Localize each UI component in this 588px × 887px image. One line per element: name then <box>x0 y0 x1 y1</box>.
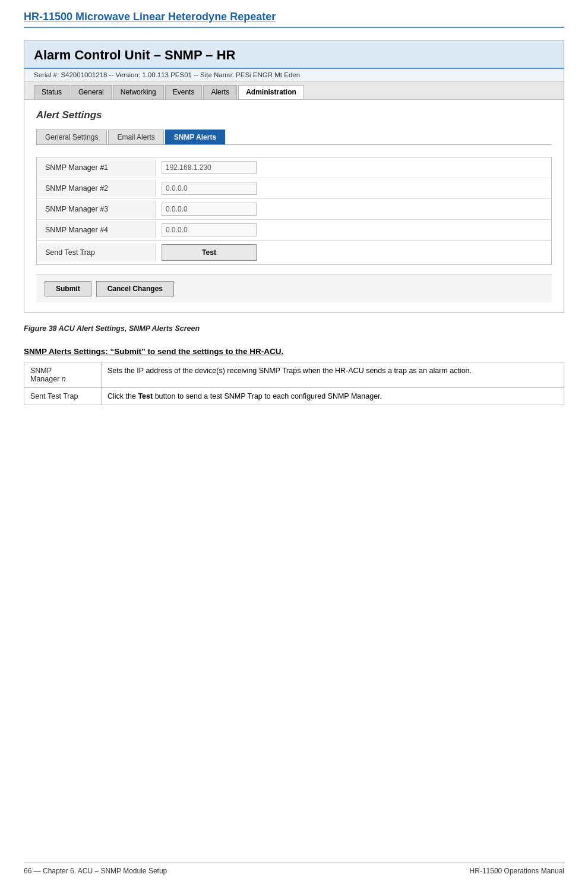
input-manager2[interactable] <box>162 182 257 195</box>
panel-title-bar: Alarm Control Unit – SNMP – HR <box>24 40 564 69</box>
table-row-manager-n: SNMPManager n Sets the IP address of the… <box>24 362 564 388</box>
tab-networking[interactable]: Networking <box>113 85 164 99</box>
subtab-general-settings[interactable]: General Settings <box>36 130 107 144</box>
tab-general[interactable]: General <box>71 85 112 99</box>
field-manager4 <box>156 220 551 240</box>
term-manager-n: SNMPManager n <box>24 362 102 388</box>
panel-title: Alarm Control Unit – SNMP – HR <box>34 48 554 63</box>
label-test-trap: Send Test Trap <box>37 244 156 261</box>
label-manager2: SNMP Manager #2 <box>37 179 156 197</box>
input-manager3[interactable] <box>162 203 257 216</box>
field-test-trap: Test <box>156 241 551 264</box>
field-manager3 <box>156 199 551 219</box>
panel-content: Alert Settings General Settings Email Al… <box>24 100 564 312</box>
tab-administration[interactable]: Administration <box>238 85 304 99</box>
test-button[interactable]: Test <box>162 244 257 261</box>
section-title: Alert Settings <box>36 109 552 121</box>
serial-info: Serial #: S42001001218 -- Version: 1.00.… <box>34 71 300 78</box>
sub-tabs: General Settings Email Alerts SNMP Alert… <box>36 130 552 145</box>
form-row-manager3: SNMP Manager #3 <box>37 199 551 220</box>
input-manager1[interactable] <box>162 161 257 174</box>
label-manager1: SNMP Manager #1 <box>37 159 156 176</box>
description-intro: “Submit” to send the settings to the HR-… <box>110 347 284 356</box>
submit-button[interactable]: Submit <box>45 281 91 296</box>
description-section: SNMP Alerts Settings: “Submit” to send t… <box>24 347 564 405</box>
nav-tabs: Status General Networking Events Alerts … <box>24 81 564 100</box>
subtab-snmp-alerts[interactable]: SNMP Alerts <box>165 130 225 144</box>
cancel-button[interactable]: Cancel Changes <box>96 281 174 296</box>
figure-caption: Figure 38 ACU Alert Settings, SNMP Alert… <box>24 324 564 333</box>
label-manager4: SNMP Manager #4 <box>37 221 156 239</box>
form-row-manager4: SNMP Manager #4 <box>37 220 551 241</box>
term-sent-test-trap: Sent Test Trap <box>24 388 102 405</box>
input-manager4[interactable] <box>162 223 257 236</box>
field-manager1 <box>156 157 551 178</box>
form-row-manager2: SNMP Manager #2 <box>37 178 551 199</box>
page-title: HR-11500 Microwave Linear Heterodyne Rep… <box>24 11 564 23</box>
description-heading: SNMP Alerts Settings: <box>24 347 108 356</box>
def-sent-test-trap: Click the Test button to send a test SNM… <box>102 388 564 405</box>
settings-table: SNMPManager n Sets the IP address of the… <box>24 362 564 405</box>
field-manager2 <box>156 178 551 198</box>
panel-info-bar: Serial #: S42001001218 -- Version: 1.00.… <box>24 69 564 81</box>
page-footer: 66 — Chapter 6. ACU – SNMP Module Setup … <box>24 863 564 875</box>
def-manager-n: Sets the IP address of the device(s) rec… <box>102 362 564 388</box>
tab-alerts[interactable]: Alerts <box>203 85 237 99</box>
description-title: SNMP Alerts Settings: “Submit” to send t… <box>24 347 564 356</box>
subtab-email-alerts[interactable]: Email Alerts <box>108 130 163 144</box>
tab-status[interactable]: Status <box>34 85 69 99</box>
form-row-test-trap: Send Test Trap Test <box>37 241 551 264</box>
label-manager3: SNMP Manager #3 <box>37 200 156 218</box>
ui-panel: Alarm Control Unit – SNMP – HR Serial #:… <box>24 40 564 312</box>
tab-events[interactable]: Events <box>165 85 203 99</box>
footer-right: HR-11500 Operations Manual <box>470 867 564 875</box>
snmp-form-grid: SNMP Manager #1 SNMP Manager #2 SNMP Man… <box>36 157 552 265</box>
action-row: Submit Cancel Changes <box>36 274 552 302</box>
table-row-test-trap: Sent Test Trap Click the Test button to … <box>24 388 564 405</box>
footer-left: 66 — Chapter 6. ACU – SNMP Module Setup <box>24 867 167 875</box>
form-row-manager1: SNMP Manager #1 <box>37 157 551 178</box>
